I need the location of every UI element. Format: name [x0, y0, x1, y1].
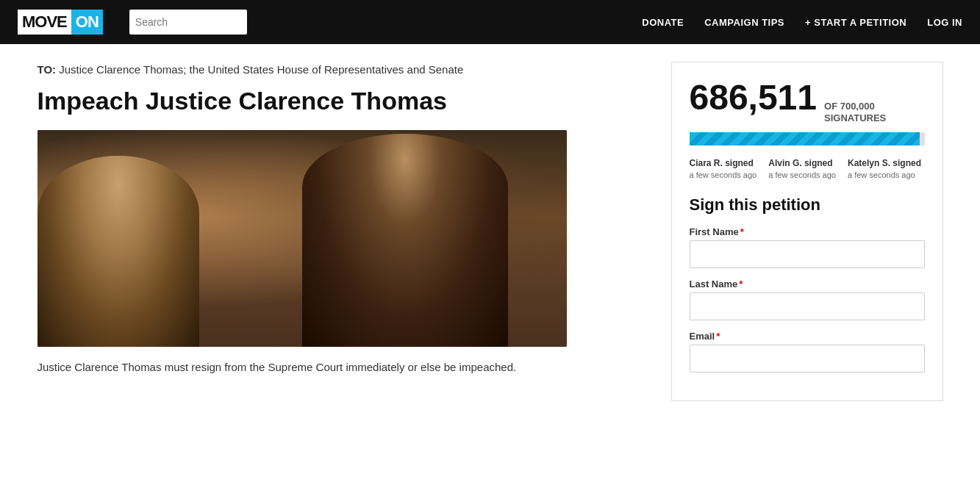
petition-image — [37, 130, 567, 347]
signature-count: 686,511 OF 700,000 SIGNATURES — [690, 80, 925, 123]
email-label: Email* — [690, 331, 925, 342]
email-input[interactable] — [690, 345, 925, 373]
last-name-input[interactable] — [690, 292, 925, 320]
logo[interactable]: MOVE ON — [18, 10, 103, 35]
navbar: MOVE ON DONATE CAMPAIGN TIPS START A PET… — [0, 0, 980, 44]
nav-links: DONATE CAMPAIGN TIPS START A PETITION LO… — [642, 17, 962, 28]
signature-box: 686,511 OF 700,000 SIGNATURES Ciara R. s… — [671, 62, 943, 401]
signer-1-name: Ciara R. signed — [690, 157, 757, 170]
search-bar[interactable] — [129, 10, 247, 35]
first-name-input[interactable] — [690, 240, 925, 268]
last-name-label: Last Name* — [690, 278, 925, 289]
sign-form-title: Sign this petition — [690, 195, 925, 215]
petition-title: Impeach Justice Clarence Thomas — [37, 86, 642, 116]
first-name-group: First Name* — [690, 226, 925, 268]
signer-2: Alvin G. signed a few seconds ago — [768, 157, 836, 181]
sig-of-text: OF 700,000 — [824, 101, 886, 112]
recent-signers: Ciara R. signed a few seconds ago Alvin … — [690, 157, 925, 181]
nav-campaign-tips[interactable]: CAMPAIGN TIPS — [704, 17, 784, 28]
email-group: Email* — [690, 331, 925, 373]
to-label: TO: — [37, 63, 57, 76]
signer-3: Katelyn S. signed a few seconds ago — [848, 157, 921, 181]
logo-on: ON — [71, 10, 103, 35]
signer-2-time: a few seconds ago — [768, 170, 836, 181]
nav-donate[interactable]: DONATE — [642, 17, 684, 28]
signer-3-name: Katelyn S. signed — [848, 157, 921, 170]
first-name-required: * — [740, 226, 744, 237]
nav-start-petition[interactable]: START A PETITION — [805, 17, 906, 28]
email-required: * — [716, 331, 720, 342]
main-content: TO: Justice Clarence Thomas; the United … — [20, 44, 961, 401]
signer-3-time: a few seconds ago — [848, 170, 921, 181]
petition-content: TO: Justice Clarence Thomas; the United … — [37, 62, 642, 401]
last-name-required: * — [739, 278, 743, 289]
signer-1-time: a few seconds ago — [690, 170, 757, 181]
signature-panel: 686,511 OF 700,000 SIGNATURES Ciara R. s… — [671, 62, 943, 401]
nav-log-in[interactable]: LOG IN — [927, 17, 962, 28]
signer-2-name: Alvin G. signed — [768, 157, 836, 170]
figure-right — [302, 134, 508, 347]
progress-bar-fill — [690, 132, 920, 145]
signature-number: 686,511 — [690, 80, 818, 115]
first-name-label: First Name* — [690, 226, 925, 237]
search-input[interactable] — [129, 10, 247, 35]
last-name-group: Last Name* — [690, 278, 925, 320]
sig-label: SIGNATURES — [824, 112, 886, 124]
petition-description: Justice Clarence Thomas must resign from… — [37, 359, 642, 376]
progress-bar — [690, 132, 925, 145]
signer-1: Ciara R. signed a few seconds ago — [690, 157, 757, 181]
signature-goal: OF 700,000 SIGNATURES — [824, 101, 886, 123]
logo-move: MOVE — [18, 10, 71, 35]
to-recipients: Justice Clarence Thomas; the United Stat… — [59, 63, 463, 76]
to-line: TO: Justice Clarence Thomas; the United … — [37, 62, 642, 79]
figure-left — [37, 156, 199, 347]
